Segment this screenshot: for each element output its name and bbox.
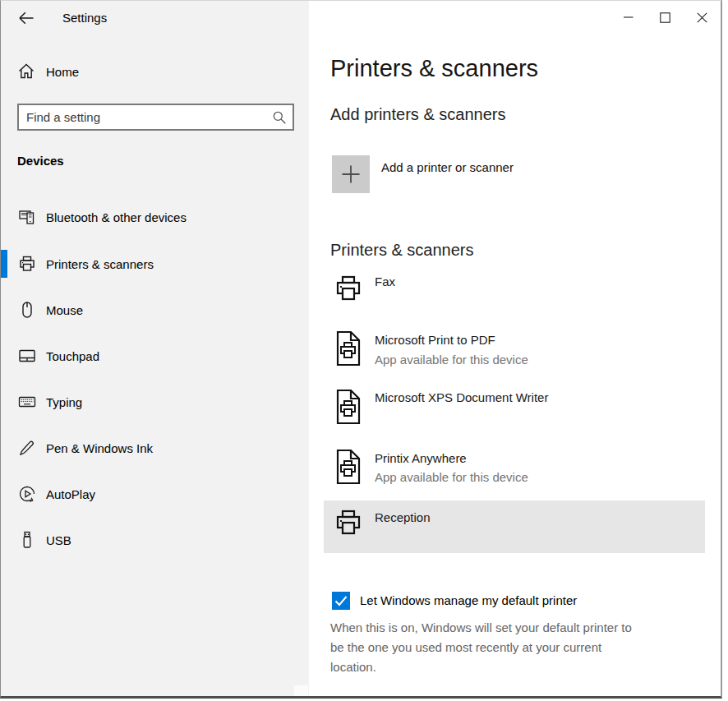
pen-icon	[17, 438, 37, 458]
sidebar-item-label: AutoPlay	[46, 487, 95, 501]
sidebar-item-mouse[interactable]: Mouse	[1, 296, 309, 324]
print-to-file-icon	[332, 388, 363, 426]
sidebar-item-label: Bluetooth & other devices	[46, 210, 187, 224]
sidebar-item-label: Typing	[46, 395, 82, 409]
sidebar-item-home[interactable]: Home	[1, 58, 309, 85]
bluetooth-devices-icon	[17, 207, 37, 227]
default-printer-description: When this is on, Windows will set your d…	[330, 618, 716, 677]
minimize-button[interactable]	[610, 1, 647, 34]
description-line: be the one you used most recently at you…	[330, 638, 716, 657]
sidebar-item-label: Printers & scanners	[46, 257, 154, 271]
window-controls	[610, 1, 721, 34]
minimize-icon	[624, 16, 634, 18]
printer-icon	[17, 254, 37, 274]
printer-icon	[332, 274, 365, 308]
back-button[interactable]	[17, 9, 35, 27]
printer-icon	[332, 508, 365, 542]
maximize-icon	[660, 12, 670, 23]
close-button[interactable]	[684, 1, 721, 34]
printer-row-reception[interactable]: Reception	[324, 500, 705, 553]
sidebar-scrollbar-thumb[interactable]	[294, 685, 308, 699]
sidebar-item-label: Touchpad	[46, 349, 99, 363]
sidebar-item-printers-scanners[interactable]: Printers & scanners	[1, 250, 309, 278]
checkmark-icon	[332, 592, 350, 610]
default-printer-checkbox[interactable]	[332, 592, 350, 610]
default-printer-label: Let Windows manage my default printer	[360, 593, 577, 607]
printer-subtitle: App available for this device	[375, 470, 528, 484]
sidebar-item-usb[interactable]: USB	[1, 526, 309, 554]
printer-name: Fax	[375, 274, 395, 288]
sidebar-item-label: Mouse	[46, 303, 83, 317]
printers-list-heading: Printers & scanners	[330, 241, 474, 260]
search-input[interactable]	[17, 104, 294, 131]
sidebar-item-touchpad[interactable]: Touchpad	[1, 342, 309, 370]
printer-name: Microsoft XPS Document Writer	[375, 390, 548, 404]
usb-icon	[17, 530, 37, 550]
touchpad-icon	[17, 346, 37, 366]
description-line: location.	[330, 657, 716, 677]
printer-name: Microsoft Print to PDF	[375, 333, 495, 347]
keyboard-icon	[17, 392, 37, 412]
sidebar-section-devices: Devices	[17, 154, 64, 168]
page-title: Printers & scanners	[330, 55, 538, 82]
sidebar-item-label: Home	[46, 65, 79, 79]
back-arrow-icon	[17, 9, 35, 27]
settings-window: Settings Home Devices Bluetooth & other …	[0, 0, 722, 699]
print-to-file-icon	[332, 330, 363, 367]
plus-icon	[340, 164, 362, 185]
add-printer-label: Add a printer or scanner	[381, 160, 514, 174]
printer-name: Printix Anywhere	[375, 451, 467, 465]
sidebar-item-typing[interactable]: Typing	[1, 388, 309, 416]
home-icon	[17, 62, 35, 81]
print-to-file-icon	[332, 448, 363, 486]
maximize-button[interactable]	[647, 1, 684, 34]
sidebar-item-autoplay[interactable]: AutoPlay	[1, 480, 309, 508]
sidebar: Settings Home Devices Bluetooth & other …	[1, 1, 309, 696]
sidebar-item-pen-windows-ink[interactable]: Pen & Windows Ink	[1, 434, 309, 462]
window-title: Settings	[62, 11, 107, 25]
printer-name: Reception	[375, 510, 431, 524]
description-line: When this is on, Windows will set your d…	[330, 618, 716, 638]
sidebar-item-label: USB	[46, 533, 71, 547]
close-icon	[697, 12, 707, 23]
sidebar-item-label: Pen & Windows Ink	[46, 441, 153, 455]
sidebar-item-bluetooth-other-devices[interactable]: Bluetooth & other devices	[1, 203, 309, 231]
autoplay-icon	[17, 484, 37, 504]
printer-subtitle: App available for this device	[375, 353, 528, 367]
add-printer-button[interactable]	[332, 155, 370, 193]
selected-accent-bar	[1, 250, 7, 278]
mouse-icon	[17, 300, 37, 320]
add-printers-heading: Add printers & scanners	[330, 105, 505, 124]
main-pane: Printers & scanners Add printers & scann…	[309, 1, 721, 696]
